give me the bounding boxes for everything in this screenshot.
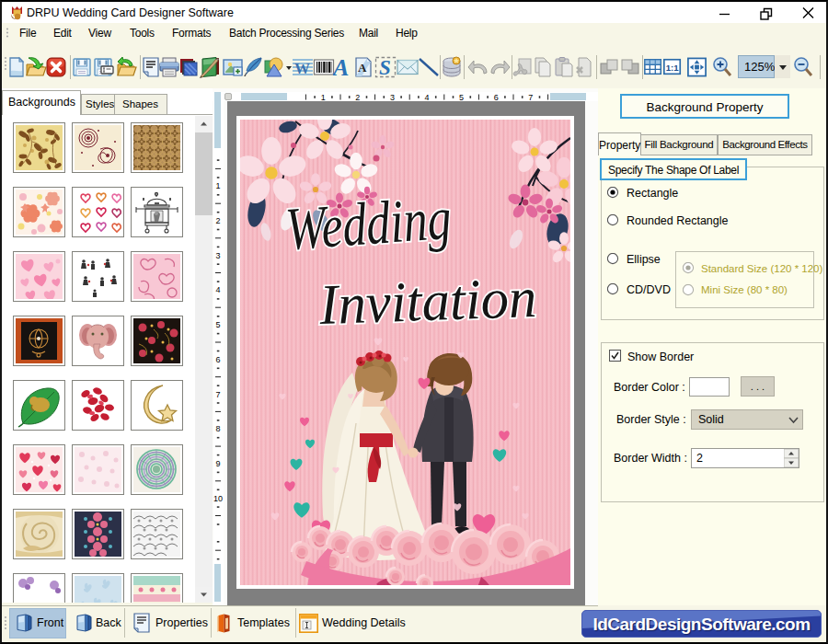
svg-text:7: 7 xyxy=(528,93,533,102)
svg-text:8: 8 xyxy=(215,424,220,433)
svg-text:Invitation: Invitation xyxy=(317,266,537,336)
svg-text:3: 3 xyxy=(390,93,395,102)
svg-text:10: 10 xyxy=(213,494,223,503)
svg-text:6: 6 xyxy=(494,93,499,102)
svg-text:3: 3 xyxy=(215,251,220,260)
svg-text:4: 4 xyxy=(424,93,429,102)
svg-text:W: W xyxy=(294,60,310,77)
svg-text:2: 2 xyxy=(215,216,220,225)
svg-text:7: 7 xyxy=(215,390,220,399)
svg-text:5: 5 xyxy=(215,320,220,329)
svg-text:S: S xyxy=(379,56,391,78)
svg-text:A: A xyxy=(333,56,349,78)
svg-text:2: 2 xyxy=(355,93,360,102)
svg-text:1: 1 xyxy=(215,181,220,190)
svg-text:1: 1 xyxy=(321,93,326,102)
svg-text:5: 5 xyxy=(459,93,464,102)
svg-text:6: 6 xyxy=(215,355,220,364)
svg-text:A: A xyxy=(358,61,367,75)
svg-text:Wedding: Wedding xyxy=(283,184,454,262)
svg-text:9: 9 xyxy=(215,459,220,468)
svg-text:4: 4 xyxy=(215,285,220,294)
svg-text:1:1: 1:1 xyxy=(666,63,680,73)
